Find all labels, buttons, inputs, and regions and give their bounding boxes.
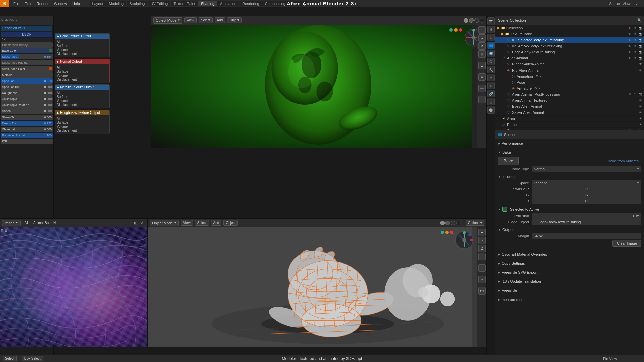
prop-subsurface[interactable]: Subsurface 0.354	[1, 54, 53, 59]
physics-props-btn[interactable]: ⚛	[487, 82, 495, 89]
item-visibility-15[interactable]: 👁	[638, 116, 643, 121]
item-visibility-6[interactable]: 👁	[638, 62, 643, 66]
menu-render[interactable]: Render	[34, 1, 51, 6]
outliner-item-sun[interactable]: ✦ Sun 👁 ⊙ 📷	[495, 128, 644, 130]
image-editor-mode[interactable]: Image ▼	[2, 220, 21, 226]
outliner-item-01-selected[interactable]: ▽ 01_SelectedBodyTextureBaking 👁 ⊙ 📷	[495, 37, 644, 43]
output-header[interactable]: ▼ Output	[498, 227, 641, 233]
bake-type-dropdown[interactable]: Normal ▼	[532, 166, 641, 172]
item-select-1[interactable]: ⊙	[633, 32, 637, 36]
viewport-bottom[interactable]: Object Mode▼ View Select Add Object Opti…	[148, 219, 486, 347]
constraints-props-btn[interactable]: 🔗	[487, 90, 495, 97]
tab-uv-editing[interactable]: UV Editing	[148, 1, 170, 6]
object-menu-top[interactable]: Object	[227, 17, 241, 23]
select-menu-bottom[interactable]: Select	[195, 220, 209, 226]
prop-anisotropic[interactable]: Anisotropic 0.000	[1, 96, 53, 102]
shading-4[interactable]	[456, 221, 461, 225]
options-button-bottom[interactable]: Options ▾	[466, 220, 484, 226]
cursor-tool[interactable]: ✛	[478, 26, 486, 34]
outliner-item-rigged[interactable]: ▽ Rigged-Alien-Animal 👁	[495, 61, 644, 67]
bottom-move-tool[interactable]: ↔	[478, 237, 486, 244]
prop-sheen-tint[interactable]: Sheen Tint 0.000	[1, 115, 53, 120]
object-props-btn[interactable]: ⬡	[487, 58, 495, 65]
bottom-annotate-tool[interactable]: ✏	[478, 276, 486, 283]
scale-tool[interactable]: ⊞	[478, 50, 486, 58]
oscurart-header[interactable]: ▶ Oscurart Material Overrides	[498, 251, 641, 257]
viewport-shading-2[interactable]	[469, 18, 474, 23]
item-render-1[interactable]: 📷	[638, 32, 643, 36]
transform-tool[interactable]: ⊿	[478, 62, 486, 69]
scene-label[interactable]: Scene	[609, 2, 620, 6]
swizzle-r-value[interactable]: +X	[532, 186, 641, 192]
prop-clearcoat[interactable]: Clearcoat 0.000	[1, 127, 53, 132]
outliner-item-saliva[interactable]: ▽ Saliva-Alien-Animal 👁	[495, 109, 644, 116]
outliner-item-textured[interactable]: ▽ AlienAnimal_Textured 👁	[495, 97, 644, 103]
view-layer-props-btn[interactable]: 🗂	[487, 34, 495, 41]
bake-button[interactable]: Bake	[498, 157, 519, 165]
bake-section-header[interactable]: ▼ Bake	[498, 149, 641, 155]
shading-3[interactable]	[451, 221, 455, 225]
cage-object-dropdown[interactable]: ⬡ Cage-Body-TextureBaking	[532, 219, 641, 225]
margin-value[interactable]: 64 px	[532, 233, 641, 239]
influence-header[interactable]: ▼ Influence	[498, 174, 641, 180]
roughness-texture-output-node[interactable]: ▶ Roughness Texture Output All Surface V…	[55, 110, 110, 134]
item-select-2[interactable]: ⊙	[633, 38, 637, 42]
prop-subsurface-radius[interactable]: Subsurface Radius	[1, 60, 53, 65]
object-mode-dropdown-top[interactable]: Object Mode▼	[153, 17, 182, 24]
tab-rendering[interactable]: Rendering	[239, 1, 262, 6]
freestyle-svg-header[interactable]: ▶ Freestyle SVG Export	[498, 269, 641, 275]
rotate-tool[interactable]: ↺	[478, 42, 486, 50]
view-menu-bottom[interactable]: View	[181, 220, 193, 226]
add-menu-bottom[interactable]: Add	[211, 220, 222, 226]
prop-body-alien[interactable]: BodyAlienAnimal 1.100	[1, 133, 53, 138]
add-menu-top[interactable]: Add	[215, 17, 225, 23]
data-props-btn[interactable]: △	[487, 98, 495, 105]
outliner-item-alien-animal-coll[interactable]: ▽ Alien-Animal 👁 ⊙ 📷	[495, 55, 644, 61]
item-select-4[interactable]: ⊙	[633, 50, 637, 54]
prop-specular-tint[interactable]: Specular Tint 0.000	[1, 84, 53, 90]
material-props-btn[interactable]: ⬤	[487, 106, 495, 114]
prop-sheen[interactable]: Sheen 0.000	[1, 108, 53, 114]
bottom-cursor-tool[interactable]: ✛	[478, 229, 486, 236]
outliner-item-animation[interactable]: ▷ Animation ⚙ ✦	[495, 73, 644, 79]
outliner-item-rig[interactable]: ⊕ Rig-Alien-Animal 👁	[495, 67, 644, 73]
image-viewer-close[interactable]: ✕	[140, 220, 145, 226]
outliner-item-pose[interactable]: ▷ Pose	[495, 79, 644, 85]
bottom-scale-tool[interactable]: ⊞	[478, 253, 486, 260]
item-visibility-12[interactable]: 👁	[638, 98, 643, 103]
measure-tool[interactable]: ⟺	[478, 85, 486, 92]
menu-file[interactable]: File	[11, 1, 22, 6]
tab-sculpting[interactable]: Sculpting	[127, 1, 147, 6]
image-viewer-canvas[interactable]: To 0	[0, 227, 147, 347]
bottom-measure-tool[interactable]: ⟺	[478, 287, 486, 295]
i18n-header[interactable]: ▶ f18n Update Translation	[498, 278, 641, 284]
move-tool[interactable]: ↔	[478, 34, 486, 42]
color-texture-output-node[interactable]: ▶ Color Texture Output All Surface Volum…	[55, 33, 110, 57]
bake-from-multires-btn[interactable]: Bake from Multires	[608, 159, 641, 163]
viewport-shading-3[interactable]	[474, 18, 479, 23]
bottom-transform-tool[interactable]: ⊿	[478, 264, 486, 272]
item-visibility-13[interactable]: 👁	[638, 104, 643, 109]
prop-base-color[interactable]: Base Color	[1, 48, 53, 53]
swizzle-g-value[interactable]: +Y	[532, 192, 641, 198]
item-visibility-5[interactable]: 👁	[627, 56, 632, 60]
outliner-item-area[interactable]: ☀ Area 👁	[495, 116, 644, 122]
shading-2[interactable]	[445, 221, 450, 225]
outliner-item-plane[interactable]: ▱ Plane 👁	[495, 122, 644, 128]
world-props-btn[interactable]: 🌍	[487, 50, 495, 57]
tab-layout[interactable]: Layout	[90, 1, 106, 6]
prop-roughness[interactable]: Roughness 0.000	[1, 90, 53, 96]
freestyle-header[interactable]: ▶ Freestyle	[498, 287, 641, 293]
menu-help[interactable]: Help	[70, 1, 83, 6]
prop-metallic[interactable]: Metallic	[1, 72, 53, 78]
outliner-item-texture-bake[interactable]: ▶ 📁 Texture Bake 👁 ⊙ 📷	[495, 31, 644, 37]
performance-header[interactable]: ▶ Performance	[498, 140, 641, 146]
item-select-11[interactable]: ⊙	[633, 92, 637, 97]
viewport-top[interactable]: Object Mode▼ View Select Add Object	[151, 16, 486, 148]
outliner-filter[interactable]: 🔍	[637, 18, 641, 22]
outliner-item-collection[interactable]: ▶ 📁 Collection 👁 ⊙ 📷	[495, 25, 644, 31]
selected-to-active-header[interactable]: ▼ Selected to Active	[498, 206, 641, 213]
outliner-item-cage[interactable]: ▽ Cage-Body-TextureBaking 👁 ⊙ 📷	[495, 49, 644, 55]
item-select-5[interactable]: ⊙	[633, 56, 637, 60]
particles-props-btn[interactable]: ✦	[487, 74, 495, 81]
